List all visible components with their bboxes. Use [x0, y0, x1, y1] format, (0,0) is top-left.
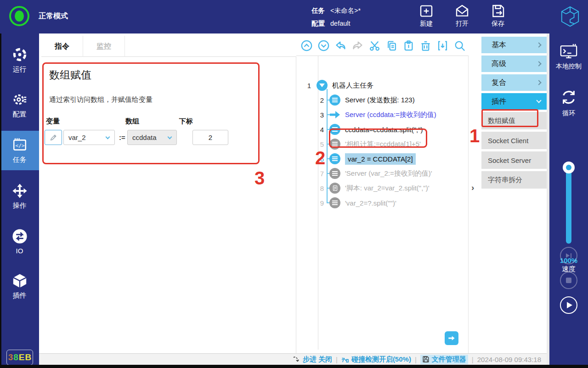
collapse-all-icon[interactable] [300, 39, 313, 52]
insert-node-icon[interactable] [436, 39, 449, 52]
node-menu-icon [329, 95, 340, 106]
terminal-icon [560, 44, 578, 60]
collision-detect-status[interactable]: 碰撞检测开启(50%) [341, 355, 411, 364]
open-task-button[interactable]: 打开 [447, 4, 477, 28]
chevron-right-icon [536, 42, 541, 47]
cut-icon[interactable] [368, 39, 381, 52]
chevron-down-icon [106, 134, 110, 139]
right-control-sidebar: 本地控制 循环 100% 速度 [549, 33, 588, 365]
palette-item-string-split[interactable]: 字符串拆分 [481, 171, 547, 189]
tree-row-main-task[interactable]: 1 机器人主任务 [296, 78, 469, 93]
io-exchange-icon [12, 229, 28, 244]
delete-trash-icon[interactable] [419, 39, 432, 52]
paste-icon[interactable] [402, 39, 415, 52]
step-forward-button[interactable] [560, 247, 577, 264]
task-label: 任务 [311, 6, 325, 15]
palette-item-socket-client[interactable]: Socket Client [481, 132, 547, 149]
chevron-right-icon [536, 61, 541, 66]
brand-logo-icon [560, 5, 581, 30]
separator: | [472, 356, 474, 363]
instruction-palette: 基本 高级 复合 插件 数组赋值 Socket Client Socket Se… [481, 37, 547, 191]
indent-right-button[interactable] [445, 331, 458, 345]
chevron-right-icon [536, 80, 541, 85]
config-label: 配置 [311, 19, 325, 28]
separator: | [415, 356, 417, 363]
chevron-down-icon [536, 98, 541, 103]
node-menu-icon [329, 124, 340, 135]
save-task-button[interactable]: 保存 [483, 4, 513, 28]
tree-row-var2-assign[interactable]: 6 var_2 = CCDDATA[2] [296, 151, 469, 166]
task-config-info: 任务 <未命名>* 配置 default [311, 4, 361, 30]
screen-left-edge [0, 33, 1, 365]
node-menu-icon-disabled [329, 197, 340, 208]
expand-all-icon[interactable] [317, 39, 330, 52]
mode-label: 正常模式 [39, 11, 68, 21]
local-control-button[interactable]: 本地控制 [549, 44, 588, 71]
node-script-icon [329, 183, 340, 194]
sidebar-item-config[interactable]: 配置 [0, 85, 39, 125]
app-window: 正常模式 任务 <未命名>* 配置 default 新建 打开 保存 [0, 0, 588, 368]
tree-row-server-receive[interactable]: 3 Server (ccddata:=接收到的值) [296, 107, 469, 122]
tree-row-camera-calc[interactable]: 5 '相机计算:=ccddata[1]+5' [296, 137, 469, 151]
edit-variable-button[interactable] [45, 130, 62, 145]
node-menu-icon-disabled [329, 168, 340, 179]
program-tree: 1 机器人主任务 2 Server (发送数据: 123) 3 Server (… [296, 78, 469, 210]
program-tree-toolbar [296, 36, 469, 56]
node-arrow-icon [329, 111, 340, 119]
index-label: 下标 [179, 117, 193, 126]
palette-category-compound[interactable]: 复合 [481, 74, 547, 91]
open-envelope-icon [455, 4, 469, 18]
form-description: 通过索引访问数组，并赋值给变量 [49, 95, 153, 104]
status-badge: 3 8 E B [6, 350, 33, 365]
copy-icon[interactable] [385, 39, 398, 52]
instruction-tabbar: 指令 监控 [41, 36, 296, 57]
search-icon[interactable] [453, 39, 466, 52]
tab-monitor[interactable]: 监控 [83, 36, 125, 57]
top-header-bar: 正常模式 任务 <未命名>* 配置 default 新建 打开 保存 [0, 0, 588, 33]
play-icon [567, 302, 572, 308]
config-value: default [330, 20, 351, 27]
node-menu-icon-disabled [329, 139, 340, 150]
new-task-button[interactable]: 新建 [412, 4, 441, 28]
stop-button[interactable] [560, 272, 577, 289]
screen-bottom-edge [0, 365, 588, 368]
array-label: 数组 [125, 117, 139, 126]
step-arrow-icon [293, 356, 300, 363]
sidebar-item-io[interactable]: IO [0, 222, 39, 261]
array-select[interactable]: ccddata [127, 130, 177, 145]
separator: | [336, 356, 338, 363]
panel-expand-chevron[interactable]: › [471, 183, 474, 193]
tree-row-var2-split[interactable]: 9 'var_2=?.split("")' [296, 195, 469, 210]
index-input[interactable] [192, 130, 228, 145]
speed-slider-knob[interactable] [563, 162, 575, 173]
sidebar-item-task[interactable]: </> 任务 [0, 131, 39, 170]
variable-select[interactable]: var_2 [63, 130, 115, 145]
redo-icon[interactable] [351, 39, 364, 52]
sidebar-item-plugin[interactable]: 插件 [0, 267, 39, 306]
status-green-icon [9, 6, 29, 26]
variable-label: 变量 [46, 117, 60, 126]
palette-item-array-assign[interactable]: 数组赋值 [481, 112, 547, 129]
task-name-value: <未命名>* [330, 6, 361, 15]
arrow-right-icon [448, 335, 455, 341]
tab-command[interactable]: 指令 [41, 36, 83, 57]
pencil-icon [50, 134, 57, 141]
palette-category-basic[interactable]: 基本 [481, 37, 547, 53]
tree-row-server-send[interactable]: 2 Server (发送数据: 123) [296, 93, 469, 107]
palette-category-plugin[interactable]: 插件 [481, 93, 547, 110]
step-mode-status[interactable]: 步进 关闭 [293, 355, 332, 364]
tree-row-split[interactable]: 4 ccddata=ccddata.split(",") [296, 122, 469, 137]
file-manager-button[interactable]: 文件管理器 [420, 355, 468, 364]
palette-category-advanced[interactable]: 高级 [481, 56, 547, 72]
sidebar-item-operate[interactable]: 操作 [0, 177, 39, 216]
tree-row-server-var2[interactable]: 7 'Server (var_2:=接收到的值)' [296, 166, 469, 181]
tree-row-script[interactable]: 8 '脚本: var_2=var_2.split(",")' [296, 181, 469, 195]
sidebar-item-run[interactable]: 运行 [0, 40, 39, 80]
speed-slider-track[interactable] [566, 167, 571, 244]
undo-icon[interactable] [334, 39, 347, 52]
collapse-triangle-icon[interactable] [317, 80, 328, 91]
loop-mode-button[interactable]: 循环 [549, 88, 588, 117]
palette-item-socket-server[interactable]: Socket Server [481, 151, 547, 169]
move-arrows-icon [12, 183, 28, 199]
play-button[interactable] [560, 296, 577, 314]
